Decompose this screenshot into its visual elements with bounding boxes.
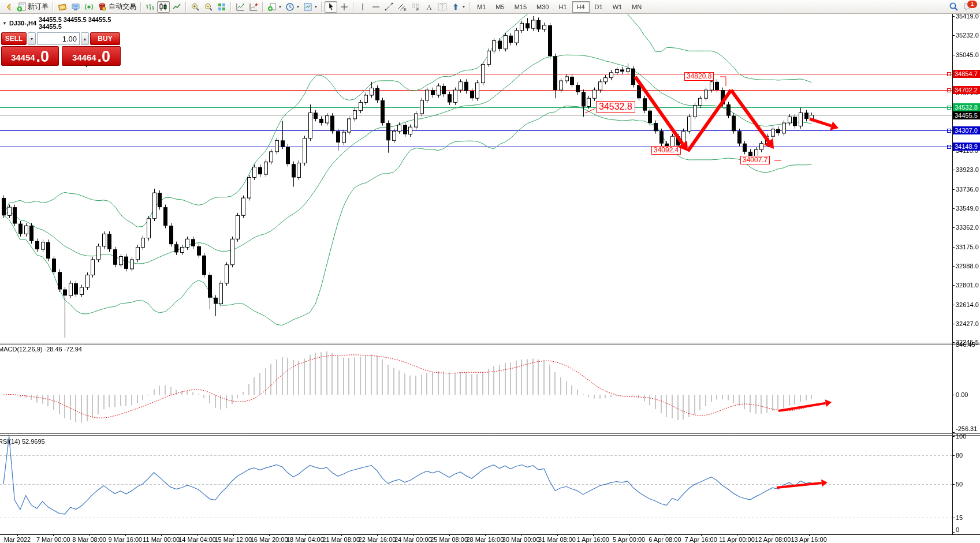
virtual-hosting-button[interactable] [69,1,82,13]
text-label-button[interactable]: T [436,1,449,13]
timeframe-button-d1[interactable]: D1 [590,1,608,13]
sell-price-main: 34454 [11,51,35,65]
timeframe-button-m1[interactable]: M1 [472,1,490,13]
price-annotation[interactable]: 34820.8 [684,72,714,81]
line-chart-icon [172,2,181,12]
candlestick-chart-icon [159,2,168,12]
mt4-window: 新订单自动交易▾▾▾EFAT▾M1M5M15M30H1H4D1W1MN1 ▼ D… [0,0,980,543]
periods-icon [285,2,295,12]
indicators-button[interactable] [234,1,247,13]
chart-canvas[interactable] [0,14,980,543]
timeframe-button-h1[interactable]: H1 [554,1,571,13]
price-annotation[interactable]: 34092.4 [651,146,681,155]
horizontal-line-button[interactable] [370,1,382,13]
price-tick-label: 32427.0 [956,320,979,327]
add-object-button[interactable] [247,1,260,13]
time-axis-label: 13 Apr 16:00 [791,536,826,543]
toolbar-right-group: 1 [949,2,978,12]
timeframe-button-m30[interactable]: M30 [532,1,553,13]
chevron-down-icon[interactable]: ▾ [463,4,465,9]
autotrading-icon [98,2,107,12]
price-annotation[interactable]: 34532.8 [596,101,635,113]
signals-button[interactable] [83,1,95,13]
search-button[interactable] [949,2,959,12]
equidistant-channel-button[interactable]: E [396,1,409,13]
price-level-label: 34148.9 [953,143,980,151]
volume-increase-button[interactable]: ▲ [81,32,89,45]
panel-collapse-arrow-icon[interactable]: ▼ [84,63,89,69]
sell-price-display[interactable]: 34454 .0 [1,46,59,66]
autotrading-button[interactable]: 自动交易 [96,1,138,13]
collapse-quote-icon[interactable]: ▼ [2,21,7,26]
candlestick-chart-button[interactable] [157,1,170,13]
zoom-out-button[interactable] [202,1,215,13]
chart-area[interactable]: ▼ DJ30-,H4 34455.5 34455.5 34455.5 34455… [0,14,980,543]
zoom-in-button[interactable] [189,1,202,13]
toolbar-separator [185,2,187,12]
buy-price-main: 34464 [72,51,96,65]
toolbar-separator [140,2,141,12]
timeframe-button-mn[interactable]: MN [627,1,646,13]
text-label-icon: T [438,2,447,12]
fibonacci-button[interactable]: F [409,1,422,13]
time-axis-label: 25 Mar 08:00 [430,536,468,543]
time-axis-label: 11 Mar 00:00 [143,536,180,543]
time-axis-label: 7 Mar 00:00 [36,536,70,543]
vertical-line-button[interactable] [356,1,369,13]
line-chart-button[interactable] [170,1,183,13]
time-axis-label: Mar 2022 [4,536,31,543]
chevron-down-icon[interactable]: ▾ [297,4,299,9]
crosshair-button[interactable] [338,1,351,13]
rsi-tick-label: 15 [956,514,963,521]
search-icon [949,2,959,12]
time-axis-label: 7 Apr 16:00 [685,536,717,543]
sell-button[interactable]: SELL [1,32,27,45]
time-axis-label: 1 Apr 16:00 [577,536,609,543]
market-button[interactable] [56,1,69,13]
templates-button[interactable]: ▾ [301,1,319,13]
virtual-hosting-icon [71,2,80,12]
price-level-label: 34532.8 [953,103,980,111]
volume-decrease-button[interactable]: ▼ [28,32,36,45]
price-level-label: 34307.0 [953,126,980,134]
add-indicator-button[interactable]: ▾ [266,1,283,13]
bar-chart-button[interactable] [144,1,156,13]
zoom-in-icon [191,2,200,12]
toolbar-separator [230,2,232,12]
time-axis-label: 21 Mar 08:00 [322,536,360,543]
timeframe-button-m15[interactable]: M15 [510,1,531,13]
new-order-button[interactable]: 新订单 [15,1,50,13]
chat-button[interactable]: 1 [963,2,974,12]
time-axis-label: 30 Mar 00:00 [502,536,540,543]
fibonacci-icon: F [411,2,420,12]
price-tick-label: 33923.0 [956,166,979,173]
time-axis-label: 18 Mar 04:00 [286,536,324,543]
text-button[interactable]: A [423,1,435,13]
toolbar-separator [262,2,263,12]
chevron-down-icon[interactable]: ▾ [315,4,317,9]
buy-button[interactable]: BUY [90,32,120,45]
cursor-button[interactable] [325,1,337,13]
trendline-button[interactable] [383,1,396,13]
price-level-label: 34455.5 [953,111,980,119]
buy-price-display[interactable]: 34464 .0 [62,46,121,66]
horizontal-line-icon [371,2,381,12]
chevron-down-icon[interactable]: ▾ [279,4,281,9]
arrows-icon [451,2,460,12]
timeframe-button-h4[interactable]: H4 [572,1,590,13]
timeframe-button-m5[interactable]: M5 [491,1,509,13]
tile-windows-button[interactable] [215,1,228,13]
symbol-period-label: DJ30-,H4 [9,20,36,27]
arrows-button[interactable]: ▾ [449,1,467,13]
timeframe-button-w1[interactable]: W1 [608,1,627,13]
price-tick-label: 33549.0 [956,205,979,212]
periods-button[interactable]: ▾ [284,1,301,13]
toolbar-separator [321,2,322,12]
volume-input[interactable]: 1.00 [37,32,80,45]
price-tick-label: 33362.0 [956,224,979,231]
clipped-button[interactable] [2,1,14,13]
price-tick-label: 35232.0 [956,32,979,39]
clipped-icon [6,2,10,12]
notification-badge[interactable]: 1 [967,0,978,9]
price-annotation[interactable]: 34007.7 [740,156,770,164]
